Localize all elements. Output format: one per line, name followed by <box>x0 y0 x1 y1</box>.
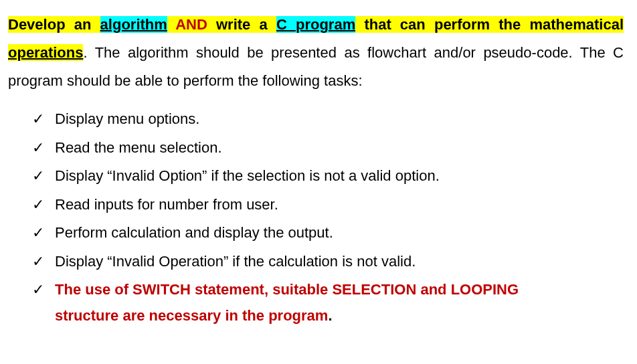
item-text: Read the menu selection. <box>55 139 222 156</box>
item-text-line1: The use of SWITCH statement, suitable SE… <box>55 281 519 298</box>
intro-and: AND <box>167 16 216 33</box>
item-text: Perform calculation and display the outp… <box>55 224 333 241</box>
intro-operations: operations <box>8 44 83 61</box>
item-text: Read inputs for number from user. <box>55 196 278 213</box>
intro-algorithm: algorithm <box>100 16 167 33</box>
task-checklist: Display menu options. Read the menu sele… <box>32 106 624 329</box>
item-text: Display “Invalid Operation” if the calcu… <box>55 253 416 270</box>
list-item: Read the menu selection. <box>32 135 617 161</box>
intro-paragraph: Develop an algorithm AND write a C progr… <box>8 11 624 94</box>
intro-perform-math: that can perform the mathematical <box>355 16 624 33</box>
item-text-line2: structure are necessary in the program <box>55 307 328 324</box>
list-item: Display “Invalid Option” if the selectio… <box>32 163 617 189</box>
list-item: Perform calculation and display the outp… <box>32 220 617 246</box>
intro-develop-an: Develop an <box>8 16 100 33</box>
list-item: Read inputs for number from user. <box>32 192 617 218</box>
list-item: Display menu options. <box>32 106 617 132</box>
item-text: Display “Invalid Option” if the selectio… <box>55 167 440 184</box>
intro-c-program: C program <box>276 16 355 33</box>
list-item: Display “Invalid Operation” if the calcu… <box>32 249 617 275</box>
intro-tail: . The algorithm should be presented as f… <box>8 44 624 89</box>
intro-write-a: write a <box>216 16 276 33</box>
item-text-period: . <box>328 307 332 324</box>
item-text: Display menu options. <box>55 110 199 127</box>
list-item: The use of SWITCH statement, suitable SE… <box>32 277 617 329</box>
